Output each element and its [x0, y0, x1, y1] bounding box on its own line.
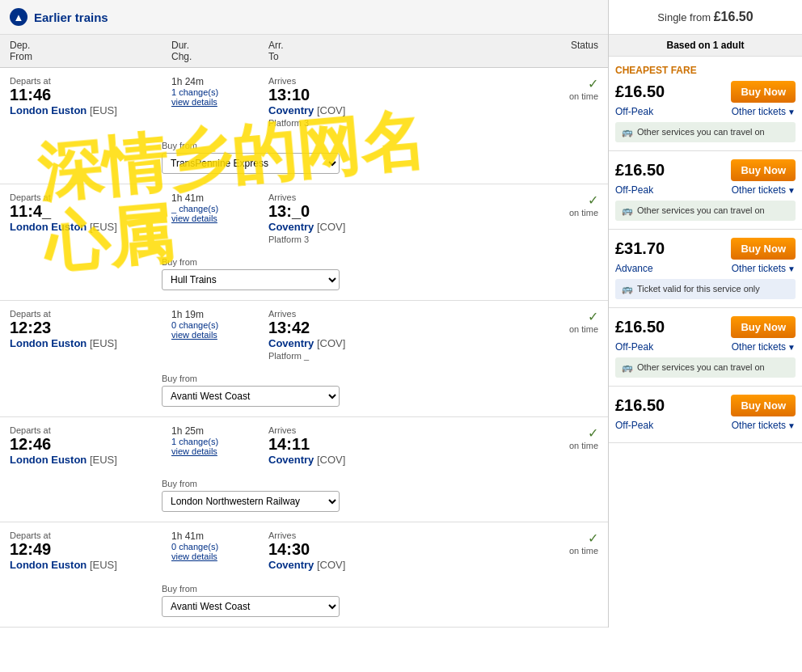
departs-label: Departs at: [10, 530, 171, 540]
buy-now-button[interactable]: Buy Now: [731, 81, 796, 103]
buy-from-select[interactable]: Avanti West Coast: [162, 386, 340, 407]
duration-info: 1h 24m 1 change(s) view details: [171, 76, 268, 107]
bus-icon: 🚌: [622, 362, 633, 373]
services-info: 🚌 Other services you can travel on: [615, 201, 796, 221]
buy-from-section: Buy from Avanti West Coast: [0, 369, 608, 416]
departure-info: Departs at 12:23 London Euston [EUS]: [10, 309, 171, 349]
depart-time: 12:46: [10, 435, 171, 454]
fare-price: £16.50: [615, 318, 665, 336]
status-col: ✓ on time: [517, 76, 598, 101]
ticket-meta: Off-Peak Other tickets ▼: [615, 184, 796, 196]
other-tickets-link[interactable]: Other tickets ▼: [732, 184, 796, 196]
arrives-label: Arrives: [268, 425, 365, 435]
changes: 0 change(s): [171, 542, 268, 552]
sidebar-adult: Based on 1 adult: [609, 35, 802, 57]
buy-from-label: Buy from: [162, 141, 598, 150]
earlier-trains-bar[interactable]: ▲ Earlier trains: [0, 0, 608, 35]
other-tickets-link[interactable]: Other tickets ▼: [732, 263, 796, 274]
arrival-info: Arrives 13:42 Coventry [COV] Platform _: [268, 309, 365, 361]
services-info: 🚌 Other services you can travel on: [615, 357, 796, 378]
duration-info: 1h 25m 1 change(s) view details: [171, 425, 268, 456]
arrive-time: 13:42: [268, 319, 365, 337]
view-details-link[interactable]: view details: [171, 213, 268, 223]
arrive-time: 14:30: [268, 540, 365, 559]
chevron-down-icon: ▼: [787, 343, 796, 352]
buy-from-section: Buy from Avanti West Coast: [0, 579, 608, 627]
from-station: London Euston [EUS]: [10, 221, 171, 233]
fare-price: £16.50: [615, 161, 665, 180]
buy-from-select[interactable]: London Northwestern Railway: [162, 491, 340, 512]
header-dur: Dur. Chg.: [171, 40, 268, 62]
status-col: ✓ on time: [517, 425, 598, 450]
duration-info: 1h 41m _ change(s) view details: [171, 192, 268, 223]
status-check-icon: ✓: [517, 309, 598, 324]
view-details-link[interactable]: view details: [171, 97, 268, 107]
from-station: London Euston [EUS]: [10, 104, 171, 116]
buy-from-section: Buy from TransPennine Express: [0, 136, 608, 184]
ticket-valid-info: 🚌 Ticket valid for this service only: [615, 279, 796, 299]
to-station: Coventry [COV]: [268, 221, 365, 233]
price-row: £16.50 Buy Now: [615, 395, 796, 416]
ticket-meta: Advance Other tickets ▼: [615, 263, 796, 274]
status-text: on time: [517, 441, 598, 450]
from-code: [EUS]: [90, 454, 117, 466]
bus-icon: 🚌: [622, 284, 633, 294]
arrives-label: Arrives: [268, 530, 365, 540]
arrival-info: Arrives 13:10 Coventry [COV] Platform 3: [268, 76, 365, 128]
fare-price: £16.50: [615, 82, 665, 101]
to-code: [COV]: [317, 559, 345, 571]
buy-now-button[interactable]: Buy Now: [731, 395, 796, 416]
fare-blocks-container: CHEAPEST FARE £16.50 Buy Now Off-Peak Ot…: [609, 57, 802, 443]
ticket-type: Off-Peak: [615, 341, 653, 353]
from-station: London Euston [EUS]: [10, 454, 171, 466]
buy-from-select[interactable]: TransPennine Express: [162, 153, 340, 174]
view-details-link[interactable]: view details: [171, 330, 268, 340]
changes: _ change(s): [171, 204, 268, 213]
ticket-type: Off-Peak: [615, 106, 653, 117]
buy-from-select[interactable]: Hull Trains: [162, 269, 340, 290]
from-station: London Euston [EUS]: [10, 337, 171, 349]
arrives-label: Arrives: [268, 309, 365, 319]
buy-now-button[interactable]: Buy Now: [731, 159, 796, 181]
status-check-icon: ✓: [517, 530, 598, 546]
arrives-label: Arrives: [268, 76, 365, 86]
other-tickets-link[interactable]: Other tickets ▼: [732, 420, 796, 431]
arrival-info: Arrives 13:_0 Coventry [COV] Platform 3: [268, 192, 365, 244]
header-blank: [365, 40, 517, 62]
from-code: [EUS]: [90, 559, 117, 571]
departs-label: Departs at: [10, 309, 171, 319]
view-details-link[interactable]: view details: [171, 552, 268, 561]
other-tickets-link[interactable]: Other tickets ▼: [732, 341, 796, 353]
to-code: [COV]: [317, 104, 345, 116]
buy-from-label: Buy from: [162, 257, 598, 267]
header-status: Status: [517, 40, 598, 62]
changes: 0 change(s): [171, 320, 268, 330]
buy-from-label: Buy from: [162, 479, 598, 488]
platform: Platform 3: [268, 118, 365, 128]
cheapest-fare-label: CHEAPEST FARE: [615, 65, 796, 76]
departure-info: Departs at 11:4_ London Euston [EUS]: [10, 192, 171, 233]
view-details-link[interactable]: view details: [171, 446, 268, 456]
train-row-main: Departs at 11:4_ London Euston [EUS] 1h …: [0, 184, 608, 252]
to-station: Coventry [COV]: [268, 559, 365, 571]
train-row: Departs at 12:49 London Euston [EUS] 1h …: [0, 522, 608, 628]
price-row: £31.70 Buy Now: [615, 238, 796, 260]
price-row: £16.50 Buy Now: [615, 159, 796, 181]
other-tickets-link[interactable]: Other tickets ▼: [732, 106, 796, 117]
departure-info: Departs at 12:49 London Euston [EUS]: [10, 530, 171, 571]
bus-icon: 🚌: [622, 127, 633, 137]
duration: 1h 41m: [171, 530, 268, 542]
buy-now-button[interactable]: Buy Now: [731, 238, 796, 260]
fare-block: £16.50 Buy Now Off-Peak Other tickets ▼ …: [609, 151, 802, 230]
buy-from-select[interactable]: Avanti West Coast: [162, 596, 340, 617]
arrive-time: 13:10: [268, 86, 365, 104]
chevron-down-icon: ▼: [787, 264, 796, 273]
bus-icon: 🚌: [622, 205, 633, 216]
duration-info: 1h 19m 0 change(s) view details: [171, 309, 268, 340]
ticket-meta: Off-Peak Other tickets ▼: [615, 106, 796, 117]
status-text: on time: [517, 546, 598, 556]
buy-now-button[interactable]: Buy Now: [731, 316, 796, 338]
sidebar-single-price: Single from £16.50: [609, 0, 802, 35]
earlier-trains-label: Earlier trains: [34, 11, 108, 24]
status-check-icon: ✓: [517, 425, 598, 441]
